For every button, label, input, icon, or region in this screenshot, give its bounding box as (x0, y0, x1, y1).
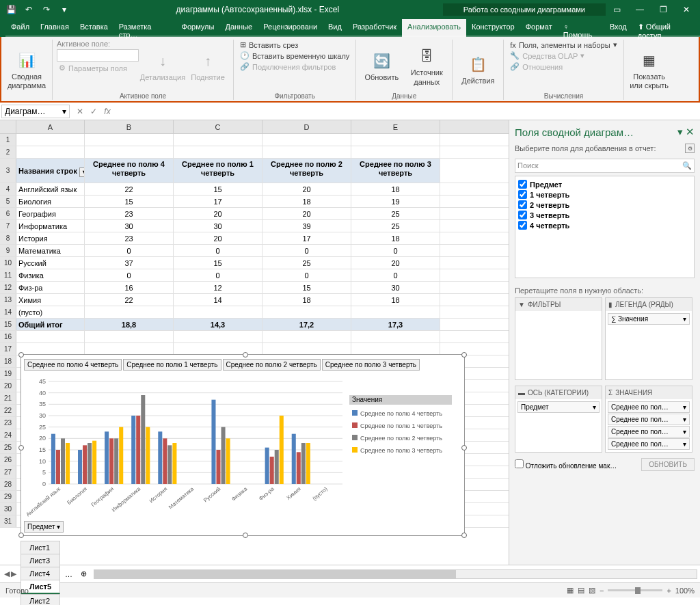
table-cell[interactable]: 15 (174, 257, 262, 269)
table-cell[interactable]: 20 (262, 208, 351, 219)
row-header[interactable]: 6 (0, 208, 16, 219)
table-cell[interactable]: 39 (262, 220, 351, 232)
table-cell[interactable]: 0 (85, 269, 174, 281)
table-cell[interactable]: 18 (262, 196, 351, 207)
restore-icon[interactable]: ❐ (652, 2, 674, 17)
sheet-tab[interactable]: Лист2 (21, 594, 60, 605)
table-cell[interactable]: 23 (85, 232, 174, 244)
gear-icon[interactable]: ⚙ (685, 144, 695, 153)
row-header[interactable]: 28 (0, 479, 16, 490)
table-cell[interactable]: 0 (174, 245, 262, 256)
col-header[interactable]: B (85, 120, 174, 133)
row-header[interactable]: 29 (0, 491, 16, 502)
table-cell[interactable]: Физ-ра (16, 282, 85, 293)
tab-next-icon[interactable]: ▶ (11, 569, 16, 578)
chart-value-button[interactable]: Среднее по полю 4 четверть (24, 359, 122, 371)
row-header[interactable]: 9 (0, 245, 16, 256)
row-header[interactable]: 1 (0, 134, 16, 146)
pane-dropdown-icon[interactable]: ▾ (677, 126, 683, 137)
data-source-button[interactable]: 🗄Источник данных (405, 40, 448, 92)
zone-item[interactable]: Среднее по пол…▾ (608, 438, 690, 450)
table-cell[interactable]: 15 (174, 183, 262, 195)
row-header[interactable]: 10 (0, 257, 16, 269)
table-cell[interactable]: 19 (351, 196, 440, 207)
zoom-slider[interactable] (608, 589, 662, 591)
total-label[interactable]: Общий итог (16, 319, 85, 330)
table-cell[interactable] (85, 306, 174, 318)
table-cell[interactable]: 16 (85, 282, 174, 293)
menu-item[interactable]: Вход (604, 19, 632, 37)
table-cell[interactable]: Математика (16, 245, 85, 256)
ribbon-display-icon[interactable]: ▭ (606, 2, 628, 17)
pivot-row-label[interactable]: Названия строк ▾ (16, 159, 85, 183)
table-cell[interactable]: 0 (174, 269, 262, 281)
table-cell[interactable]: 20 (174, 208, 262, 219)
field-search-input[interactable]: Поиск🔍 (515, 159, 695, 173)
view-break-icon[interactable]: ▧ (589, 586, 595, 595)
table-cell[interactable]: 0 (351, 245, 440, 256)
row-header[interactable]: 24 (0, 429, 16, 441)
table-cell[interactable]: Биология (16, 196, 85, 207)
undo-icon[interactable]: ↶ (21, 2, 37, 17)
row-header[interactable]: 2 (0, 146, 16, 158)
horizontal-scrollbar[interactable] (94, 569, 697, 579)
table-cell[interactable] (351, 306, 440, 318)
row-header[interactable]: 11 (0, 269, 16, 281)
total-cell[interactable]: 18,8 (85, 319, 174, 330)
table-cell[interactable]: 0 (262, 245, 351, 256)
insert-slicer-button[interactable]: ⊞ Вставить срез (238, 40, 351, 50)
row-header[interactable]: 22 (0, 405, 16, 416)
table-cell[interactable]: 30 (351, 282, 440, 293)
table-cell[interactable]: История (16, 232, 85, 244)
col-header[interactable]: C (174, 120, 262, 133)
menu-item[interactable]: Рецензировани (258, 19, 323, 37)
menu-item[interactable]: Разметка стр… (113, 19, 176, 37)
values-zone[interactable]: Σ ЗНАЧЕНИЯСреднее по пол…▾Среднее по пол… (605, 386, 692, 453)
row-header[interactable]: 16 (0, 331, 16, 342)
row-header[interactable]: 14 (0, 306, 16, 318)
table-cell[interactable]: 25 (351, 220, 440, 232)
table-cell[interactable]: 20 (262, 183, 351, 195)
total-cell[interactable]: 14,3 (174, 319, 262, 330)
table-cell[interactable]: 30 (174, 220, 262, 232)
zoom-out-icon[interactable]: − (600, 587, 604, 595)
table-cell[interactable]: 25 (262, 257, 351, 269)
sheet-tab[interactable]: Лист4 (21, 567, 60, 580)
row-header[interactable]: 31 (0, 515, 16, 527)
zone-item[interactable]: Предмет▾ (517, 401, 600, 413)
row-header[interactable]: 4 (0, 183, 16, 195)
table-cell[interactable]: География (16, 208, 85, 219)
row-header[interactable]: 8 (0, 232, 16, 244)
refresh-button[interactable]: 🔄Обновить (360, 40, 403, 92)
chart-value-button[interactable]: Среднее по полю 2 четверть (223, 359, 321, 371)
menu-item[interactable]: Файл (5, 19, 35, 37)
close-icon[interactable]: ✕ (675, 2, 697, 17)
col-header[interactable]: E (351, 120, 440, 133)
pivot-chart[interactable]: Среднее по полю 4 четвертьСреднее по пол… (21, 354, 465, 536)
zoom-in-icon[interactable]: + (667, 587, 671, 595)
menu-item[interactable]: ⬆ Общий доступ (632, 19, 700, 37)
table-cell[interactable]: 12 (174, 282, 262, 293)
tab-more-icon[interactable]: … (61, 570, 77, 578)
defer-update-checkbox[interactable]: Отложить обновление мак… (515, 459, 617, 470)
row-header[interactable]: 30 (0, 503, 16, 515)
table-cell[interactable]: (пусто) (16, 306, 85, 318)
table-cell[interactable]: 18 (351, 232, 440, 244)
table-cell[interactable] (262, 306, 351, 318)
tab-prev-icon[interactable]: ◀ (4, 569, 10, 578)
menu-item[interactable]: Анализировать (402, 19, 466, 37)
row-header[interactable]: 7 (0, 220, 16, 232)
table-cell[interactable]: 25 (351, 208, 440, 219)
table-cell[interactable]: 37 (85, 257, 174, 269)
insert-timeline-button[interactable]: 🕐 Вставить временную шкалу (238, 51, 351, 61)
row-header[interactable]: 5 (0, 196, 16, 207)
qat-more-icon[interactable]: ▾ (56, 2, 72, 17)
select-all-corner[interactable] (0, 120, 16, 133)
zoom-level[interactable]: 100% (675, 587, 695, 595)
col-header[interactable]: A (16, 120, 85, 133)
menu-item[interactable]: Главная (35, 19, 75, 37)
table-cell[interactable]: 17 (174, 196, 262, 207)
zone-item[interactable]: Среднее по пол…▾ (608, 401, 690, 413)
axis-zone[interactable]: ▬ ОСЬ (КАТЕГОРИИ)Предмет▾ (515, 386, 602, 453)
formula-input[interactable] (116, 110, 700, 113)
